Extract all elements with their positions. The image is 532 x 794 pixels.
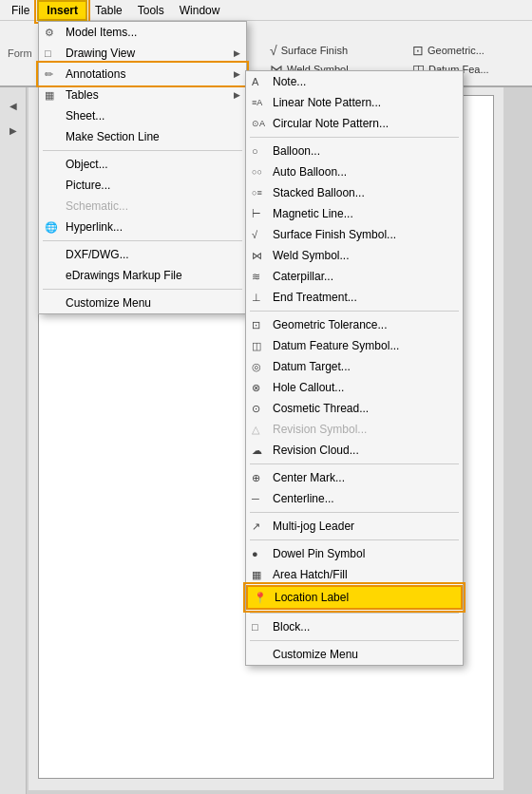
ann-center-mark[interactable]: ⊕ Center Mark...	[246, 467, 463, 488]
menu-tools[interactable]: Tools	[130, 2, 172, 19]
datum-target-icon: ◎	[252, 361, 261, 373]
sep3	[43, 289, 242, 290]
menu-window[interactable]: Window	[172, 2, 228, 19]
drawing-view-icon: □	[45, 47, 51, 59]
annotations-submenu: A Note... ≡A Linear Note Pattern... ⊙A C…	[245, 70, 464, 666]
menu-dxf-dwg[interactable]: DXF/DWG...	[39, 244, 246, 265]
revision-sym-icon: △	[252, 424, 259, 436]
insert-menu: ⚙ Model Items... □ Drawing View ✏ Annota…	[38, 21, 247, 314]
ann-magnetic-line[interactable]: ⊢ Magnetic Line...	[246, 203, 463, 224]
cosmetic-thread-icon: ⊙	[252, 403, 260, 415]
ann-revision-symbol[interactable]: △ Revision Symbol...	[246, 419, 463, 440]
ann-auto-balloon[interactable]: ○○ Auto Balloon...	[246, 161, 463, 182]
auto-balloon-icon: ○○	[252, 167, 262, 177]
ann-cosmetic-thread[interactable]: ⊙ Cosmetic Thread...	[246, 398, 463, 419]
weld-sym-icon: ⋈	[252, 250, 262, 262]
multi-jog-icon: ↗	[252, 520, 260, 533]
center-mark-icon: ⊕	[252, 472, 260, 484]
menubar: File Insert Table Tools Window	[0, 0, 532, 21]
ann-sep3	[250, 463, 459, 464]
menu-sheet[interactable]: Sheet...	[39, 105, 246, 126]
menu-hyperlink[interactable]: 🌐 Hyperlink...	[39, 217, 246, 237]
ann-centerline[interactable]: ─ Centerline...	[246, 488, 463, 509]
surface-finish-sym-icon: √	[252, 229, 257, 240]
ann-note[interactable]: A Note...	[246, 71, 463, 92]
geometric-tol-icon: ⊡	[252, 319, 260, 331]
tables-icon: ▦	[45, 89, 54, 102]
ann-datum-target[interactable]: ◎ Datum Target...	[246, 356, 463, 377]
ann-customize-menu[interactable]: Customize Menu	[246, 644, 463, 665]
menu-drawing-view[interactable]: □ Drawing View	[39, 43, 246, 64]
revision-cloud-icon: ☁	[252, 444, 262, 457]
left-panel-btn-1[interactable]: ◀	[3, 95, 24, 116]
left-panel: ◀ ▶	[0, 87, 27, 794]
model-items-icon: ⚙	[45, 27, 54, 39]
linear-note-icon: ≡A	[252, 98, 262, 107]
circular-note-icon: ⊙A	[252, 119, 265, 128]
ann-circular-note[interactable]: ⊙A Circular Note Pattern...	[246, 113, 463, 134]
end-treatment-icon: ⊥	[252, 292, 261, 304]
ann-multi-jog-leader[interactable]: ↗ Multi-jog Leader	[246, 516, 463, 537]
area-hatch-icon: ▦	[252, 569, 261, 581]
ann-caterpillar[interactable]: ≋ Caterpillar...	[246, 266, 463, 287]
caterpillar-icon: ≋	[252, 271, 260, 283]
geometric-icon: ⊡	[412, 43, 424, 58]
menu-customize[interactable]: Customize Menu	[39, 293, 246, 313]
surface-finish-icon: √	[270, 43, 277, 58]
dowel-pin-icon: ●	[252, 548, 258, 559]
left-panel-btn-2[interactable]: ▶	[3, 120, 24, 141]
geometric-btn[interactable]: ⊡ Geometric...	[408, 42, 493, 59]
ann-sep5	[250, 539, 459, 540]
ann-surface-finish[interactable]: √ Surface Finish Symbol...	[246, 224, 463, 245]
ann-area-hatch[interactable]: ▦ Area Hatch/Fill	[246, 564, 463, 585]
ann-location-label[interactable]: 📍 Location Label	[246, 585, 463, 610]
block-icon: □	[252, 621, 258, 633]
ann-balloon[interactable]: ○ Balloon...	[246, 141, 463, 161]
toolbar-form-icon: Form	[8, 47, 32, 59]
annotations-icon: ✏	[45, 68, 53, 81]
menu-insert[interactable]: Insert	[37, 0, 87, 21]
menu-file[interactable]: File	[4, 2, 37, 19]
menu-schematic[interactable]: Schematic...	[39, 196, 246, 217]
ann-sep1	[250, 137, 459, 138]
menu-table[interactable]: Table	[87, 2, 130, 19]
ann-linear-note[interactable]: ≡A Linear Note Pattern...	[246, 92, 463, 113]
menu-tables[interactable]: ▦ Tables	[39, 85, 246, 105]
ann-dowel-pin[interactable]: ● Dowel Pin Symbol	[246, 543, 463, 564]
menu-object[interactable]: Object...	[39, 154, 246, 175]
surface-finish-label: Surface Finish	[281, 45, 348, 56]
ann-sep7	[250, 640, 459, 641]
menu-picture[interactable]: Picture...	[39, 175, 246, 196]
sep2	[43, 240, 242, 241]
hole-callout-icon: ⊗	[252, 382, 260, 394]
balloon-icon: ○	[252, 145, 258, 157]
geometric-label: Geometric...	[428, 45, 484, 56]
menu-model-items[interactable]: ⚙ Model Items...	[39, 22, 246, 43]
menu-annotations[interactable]: ✏ Annotations	[39, 64, 246, 85]
ann-sep6	[250, 613, 459, 614]
magnetic-line-icon: ⊢	[252, 208, 261, 220]
note-icon: A	[252, 76, 258, 87]
ann-end-treatment[interactable]: ⊥ End Treatment...	[246, 287, 463, 308]
surface-finish-btn[interactable]: √ Surface Finish	[266, 42, 352, 59]
hyperlink-icon: 🌐	[45, 221, 58, 234]
menu-edrawings[interactable]: eDrawings Markup File	[39, 265, 246, 286]
sep1	[43, 150, 242, 151]
centerline-icon: ─	[252, 493, 259, 504]
ann-datum-feature[interactable]: ◫ Datum Feature Symbol...	[246, 335, 463, 356]
datum-feature-sym-icon: ◫	[252, 340, 261, 352]
ann-weld-symbol[interactable]: ⋈ Weld Symbol...	[246, 245, 463, 266]
ann-hole-callout[interactable]: ⊗ Hole Callout...	[246, 377, 463, 398]
ann-sep2	[250, 311, 459, 312]
ann-stacked-balloon[interactable]: ○≡ Stacked Balloon...	[246, 182, 463, 203]
ann-sep4	[250, 512, 459, 513]
ann-block[interactable]: □ Block...	[246, 616, 463, 637]
ann-revision-cloud[interactable]: ☁ Revision Cloud...	[246, 440, 463, 461]
menu-make-section-line[interactable]: Make Section Line	[39, 126, 246, 147]
ann-geometric-tolerance[interactable]: ⊡ Geometric Tolerance...	[246, 314, 463, 335]
stacked-balloon-icon: ○≡	[252, 188, 262, 198]
location-label-icon: 📍	[254, 592, 267, 604]
